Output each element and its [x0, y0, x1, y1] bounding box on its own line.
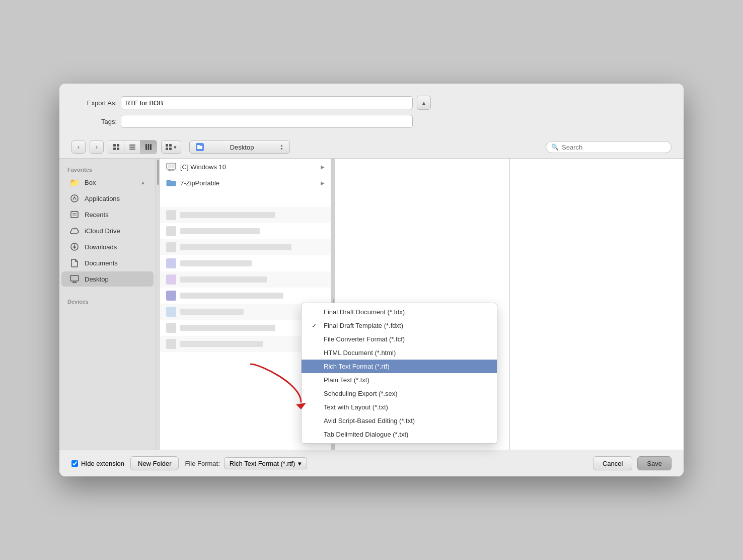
- dropdown-item-tab-label: Tab Delimited Dialogue (*.txt): [324, 431, 408, 438]
- search-input[interactable]: [562, 144, 666, 151]
- sidebar-item-desktop[interactable]: Desktop: [61, 271, 154, 287]
- file-item-windows[interactable]: [C] Windows 10 ▶: [160, 159, 331, 175]
- dropdown-item-txt-label: Plain Text (*.txt): [324, 376, 369, 384]
- file-item-windows-arrow: ▶: [321, 164, 325, 170]
- svg-rect-5: [129, 147, 135, 148]
- sidebar-item-applications-label: Applications: [85, 195, 120, 202]
- dropdown-item-avid[interactable]: Avid Script-Based Editing (*.txt): [302, 414, 497, 428]
- svg-rect-3: [117, 148, 119, 150]
- dropdown-item-txtlayout[interactable]: Text with Layout (*.txt): [302, 400, 497, 414]
- dropdown-item-rtf-label: Rich Text Format (*.rtf): [324, 363, 390, 370]
- file-item-7zip-arrow: ▶: [321, 180, 325, 186]
- documents-icon: [69, 258, 80, 268]
- file-format-label: File Format:: [185, 460, 219, 467]
- dropdown-item-fcf[interactable]: File Converter Format (*.fcf): [302, 332, 497, 346]
- svg-point-14: [71, 195, 78, 202]
- sidebar-scrollbar[interactable]: [156, 159, 160, 450]
- search-box[interactable]: 🔍: [546, 141, 672, 153]
- arrange-label: ▾: [174, 144, 177, 151]
- dropdown-item-fdxt[interactable]: ✓ Final Draft Template (*.fdxt): [302, 319, 497, 332]
- location-picker[interactable]: Desktop ▲ ▼: [189, 141, 290, 154]
- sidebar-scrollbar-thumb: [157, 160, 159, 185]
- hide-extension-row: Hide extension: [71, 460, 124, 467]
- dialog-footer: Hide extension New Folder File Format: R…: [59, 450, 684, 476]
- file-format-dropdown-button[interactable]: Rich Text Format (*.rtf) ▾: [224, 457, 308, 469]
- sidebar-item-icloud[interactable]: iCloud Drive: [61, 223, 154, 238]
- svg-rect-2: [113, 148, 116, 150]
- applications-icon: [69, 193, 80, 203]
- recents-icon: [69, 209, 80, 220]
- dropdown-item-fdx[interactable]: Final Draft Document (*.fdx): [302, 305, 497, 319]
- icloud-icon: [69, 226, 80, 236]
- svg-rect-7: [145, 144, 147, 150]
- hide-extension-checkbox[interactable]: [71, 460, 78, 467]
- file-item-7zip[interactable]: 7-ZipPortable ▶: [160, 175, 331, 191]
- dropdown-item-sex[interactable]: Scheduling Export (*.sex): [302, 387, 497, 400]
- sidebar-item-box-label: Box: [85, 179, 96, 186]
- file-item-windows-name: [C] Windows 10: [180, 163, 317, 171]
- new-folder-button[interactable]: New Folder: [130, 456, 179, 470]
- svg-rect-1: [117, 144, 119, 147]
- sidebar-item-desktop-label: Desktop: [85, 275, 109, 283]
- expand-collapse-button[interactable]: ▲: [417, 96, 431, 110]
- view-list-button[interactable]: [124, 141, 140, 154]
- sidebar-item-box[interactable]: 📁 Box ▲: [61, 175, 154, 190]
- sidebar-item-recents[interactable]: Recents: [61, 207, 154, 222]
- downloads-icon: [69, 242, 80, 252]
- forward-button[interactable]: ›: [90, 141, 104, 154]
- export-dialog: Export As: ▲ Tags: ‹ ›: [59, 84, 684, 476]
- svg-rect-11: [169, 144, 172, 147]
- sidebar-item-documents[interactable]: Documents: [61, 255, 154, 270]
- export-as-label: Export As:: [71, 99, 117, 107]
- svg-rect-15: [71, 212, 78, 218]
- sidebar-item-documents-label: Documents: [85, 259, 118, 267]
- sidebar-item-applications[interactable]: Applications: [61, 191, 154, 206]
- dropdown-item-sex-label: Scheduling Export (*.sex): [324, 390, 398, 397]
- sidebar: Favorites 📁 Box ▲ Applications: [59, 159, 156, 450]
- tags-input[interactable]: [121, 115, 413, 128]
- dropdown-item-fcf-label: File Converter Format (*.fcf): [324, 335, 405, 343]
- tags-label: Tags:: [71, 118, 117, 125]
- sidebar-item-downloads[interactable]: Downloads: [61, 239, 154, 254]
- dropdown-item-fdxt-label: Final Draft Template (*.fdxt): [324, 322, 403, 329]
- file-column-tertiary: [509, 159, 684, 450]
- back-button[interactable]: ‹: [71, 141, 86, 154]
- box-icon: 📁: [69, 177, 80, 187]
- location-chevrons-icon: ▲ ▼: [280, 144, 283, 151]
- svg-rect-10: [166, 144, 168, 147]
- svg-rect-6: [129, 149, 135, 150]
- file-format-value: Rich Text Format (*.rtf): [230, 460, 295, 467]
- view-columns-button[interactable]: [140, 141, 157, 154]
- save-button[interactable]: Save: [637, 456, 672, 470]
- folder-7zip-icon: [166, 178, 176, 188]
- hide-extension-label[interactable]: Hide extension: [81, 460, 124, 467]
- view-icons-button[interactable]: [108, 141, 124, 154]
- arrange-button[interactable]: ▾: [161, 141, 181, 154]
- sidebar-item-recents-label: Recents: [85, 211, 109, 219]
- dialog-header: Export As: ▲ Tags:: [59, 84, 684, 136]
- dropdown-item-fdx-label: Final Draft Document (*.fdx): [324, 308, 405, 316]
- dropdown-item-html[interactable]: HTML Document (*.html): [302, 346, 497, 360]
- desktop-icon: [69, 274, 80, 284]
- svg-rect-13: [169, 148, 172, 150]
- svg-rect-0: [113, 144, 116, 147]
- cancel-button[interactable]: Cancel: [593, 456, 632, 470]
- svg-rect-21: [70, 275, 79, 281]
- dropdown-item-rtf[interactable]: Rich Text Format (*.rtf): [302, 360, 497, 373]
- dropdown-item-tab[interactable]: Tab Delimited Dialogue (*.txt): [302, 428, 497, 441]
- sidebar-section-devices: Devices: [59, 297, 156, 306]
- windows-icon: [166, 162, 176, 172]
- sidebar-section-favorites: Favorites: [59, 165, 156, 174]
- location-label: Desktop: [208, 144, 276, 151]
- export-as-input[interactable]: [121, 96, 413, 109]
- dropdown-item-avid-label: Avid Script-Based Editing (*.txt): [324, 417, 415, 425]
- check-icon-fdxt: ✓: [312, 322, 320, 329]
- footer-actions: Cancel Save: [593, 456, 672, 470]
- dropdown-item-html-label: HTML Document (*.html): [324, 349, 396, 357]
- file-format-dropdown: Final Draft Document (*.fdx) ✓ Final Dra…: [301, 303, 497, 444]
- file-format-chevron-icon: ▾: [298, 460, 302, 467]
- svg-rect-9: [150, 144, 152, 150]
- tags-row: Tags:: [71, 115, 672, 128]
- dropdown-item-txt[interactable]: Plain Text (*.txt): [302, 373, 497, 387]
- svg-rect-29: [168, 164, 175, 168]
